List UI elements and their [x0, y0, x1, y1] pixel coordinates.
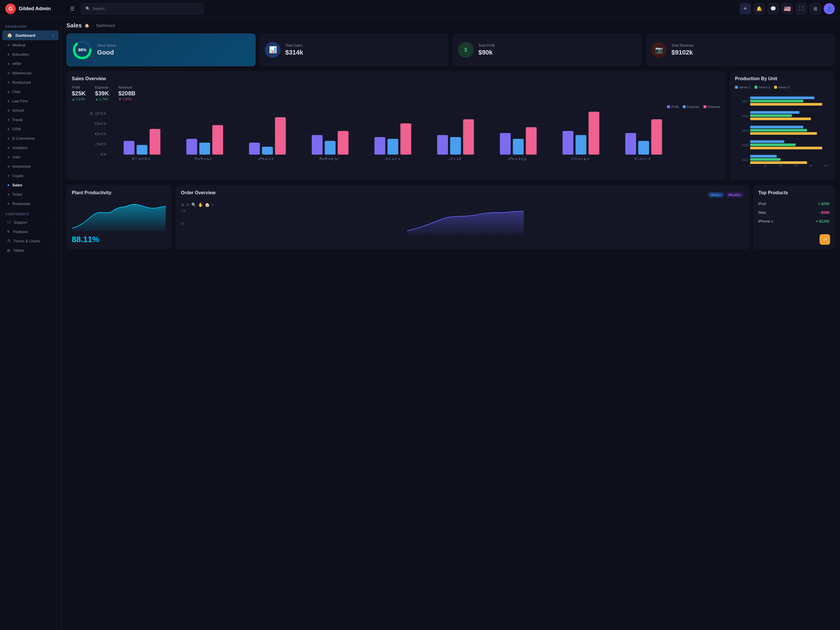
svg-rect-60: [750, 111, 799, 114]
dot-icon: [8, 82, 9, 84]
grid-button[interactable]: ⊞: [810, 3, 821, 14]
svg-text:Mar: Mar: [194, 157, 213, 160]
stat-expense-value: $39K: [95, 90, 109, 97]
svg-text:80: 80: [809, 164, 812, 167]
total-profit-icon: $: [458, 42, 474, 58]
sidebar-item-ticket[interactable]: Ticket: [2, 190, 58, 199]
series2-dot: [755, 86, 758, 88]
revenue-legend-dot: [704, 105, 706, 108]
chart-tools: ⊕ ⊖ 🔍 ✋ 🏠 ≡: [181, 202, 744, 207]
order-overview-card: Order Overview Weeks Monthly ⊕ ⊖ 🔍 ✋ 🏠 ≡: [175, 185, 749, 249]
dot-icon: [8, 54, 9, 55]
theme-toggle-button[interactable]: ☀: [740, 3, 751, 14]
chevron-right-icon: ›: [53, 230, 54, 234]
svg-rect-40: [651, 119, 662, 155]
sidebar-item-crm[interactable]: CRM: [2, 125, 58, 134]
search-input[interactable]: [92, 6, 199, 11]
sidebar-item-investment[interactable]: Investment: [2, 162, 58, 171]
chevron-right-icon: ›: [53, 221, 54, 224]
total-sales-label: Total Sales: [285, 43, 443, 47]
top-products-action-button[interactable]: ↗: [819, 234, 830, 245]
sidebar-item-jobs[interactable]: Jobs: [2, 153, 58, 162]
zoom-out-icon[interactable]: ⊖: [186, 202, 189, 207]
sidebar-item-chat[interactable]: Chat: [2, 87, 58, 96]
dot-icon: [8, 203, 9, 205]
total-revenue-value: $9102k: [671, 49, 829, 56]
product-name-iphonex: iPhone x: [758, 219, 773, 223]
forms-icon: ⏱: [7, 239, 11, 243]
chevron-right-icon: ›: [53, 249, 54, 252]
sidebar-item-traval[interactable]: Traval: [2, 115, 58, 124]
notifications-button[interactable]: 🔔: [754, 3, 765, 14]
weeks-badge[interactable]: Weeks: [708, 192, 724, 197]
svg-text:0: 0: [749, 164, 751, 167]
sidebar-item-crypto[interactable]: Crypto: [2, 171, 58, 180]
top-products-card: Top Products iPod + $250 iMac - $589 iPh…: [753, 185, 835, 249]
avatar[interactable]: 👤: [824, 3, 835, 14]
home-chart-icon[interactable]: 🏠: [205, 202, 210, 207]
stat-expense: Expense $39K ▲ 1.74%: [95, 85, 109, 101]
sales-overview-title: Sales Overview: [72, 76, 720, 81]
svg-text:G: G: [8, 6, 13, 12]
menu-toggle-button[interactable]: ☰: [68, 5, 77, 13]
svg-rect-33: [513, 139, 524, 155]
stat-profit-label: Profit: [72, 85, 86, 90]
dot-icon: [8, 147, 9, 149]
language-button[interactable]: 🇺🇸: [782, 3, 793, 14]
y-label-120: 120: [181, 209, 186, 213]
zoom-in-icon[interactable]: ⊕: [181, 202, 184, 207]
total-revenue-label: Total Revenue: [671, 43, 829, 47]
total-profit-info: Total Profit $90k: [478, 43, 636, 56]
dot-icon: [8, 128, 9, 130]
sidebar-item-hrm[interactable]: HRM: [2, 59, 58, 68]
sidebar-item-dashboard[interactable]: 🏠 Dashboard ▾: [2, 30, 58, 40]
sidebar-item-school[interactable]: School: [2, 106, 58, 115]
profit-legend-dot: [667, 105, 670, 108]
svg-rect-34: [526, 127, 537, 155]
sidebar-item-forms-charts[interactable]: ⏱Forms & Charts›: [2, 237, 58, 246]
sidebar-item-tables[interactable]: ⊞Tables›: [2, 246, 58, 255]
svg-rect-65: [750, 129, 807, 131]
stat-profit-value: $25K: [72, 90, 86, 97]
sidebar-item-restaurant[interactable]: Restaurant: [2, 78, 58, 87]
svg-rect-32: [500, 133, 511, 155]
svg-rect-16: [150, 129, 160, 155]
dot-icon: [8, 138, 9, 139]
fullscreen-button[interactable]: ⛶: [796, 3, 807, 14]
sidebar-item-medical[interactable]: Medical: [2, 41, 58, 50]
svg-rect-25: [338, 131, 349, 155]
store-status-label: Store Status: [97, 43, 250, 47]
store-status-donut: 88%: [72, 39, 92, 60]
sidebar-item-support[interactable]: 🛡Support›: [2, 218, 58, 227]
svg-rect-17: [186, 139, 197, 155]
dot-icon: [8, 194, 9, 196]
sidebar-item-analytics[interactable]: Analytics: [2, 143, 58, 152]
series3-label: series-3: [778, 85, 789, 89]
pan-icon[interactable]: ✋: [198, 202, 203, 207]
svg-rect-19: [212, 125, 223, 155]
svg-rect-69: [750, 144, 796, 146]
monthly-badge[interactable]: Monthly: [726, 192, 744, 197]
sidebar-item-realestate[interactable]: Realestate: [2, 199, 58, 208]
plant-chart-svg: [72, 202, 166, 231]
dot-icon: [8, 91, 9, 93]
sidebar-item-warehouse[interactable]: Warehouse: [2, 68, 58, 77]
plant-productivity-card: Plant Productivity 88.11%: [66, 185, 172, 249]
sidebar-item-features[interactable]: ✎Features›: [2, 227, 58, 236]
chat-button[interactable]: 💬: [768, 3, 779, 14]
sidebar-components-label: COMPONENTS: [0, 208, 61, 218]
svg-text:May: May: [319, 157, 339, 160]
svg-text:Jul: Jul: [447, 157, 461, 160]
plant-productivity-value: 88.11%: [72, 235, 166, 244]
sidebar-item-lawfirm[interactable]: Law Firm: [2, 96, 58, 106]
sidebar-item-sales[interactable]: Sales: [2, 180, 58, 189]
sidebar-item-ecommerce[interactable]: E-Commerce: [2, 134, 58, 143]
svg-rect-70: [750, 147, 822, 149]
sales-bar-chart: 0 30 60 90 120: [72, 111, 720, 175]
search-chart-icon[interactable]: 🔍: [191, 202, 196, 207]
svg-text:40: 40: [779, 164, 782, 167]
menu-chart-icon[interactable]: ≡: [212, 202, 214, 207]
sidebar-item-education[interactable]: Education: [2, 50, 58, 59]
search-icon: 🔍: [85, 6, 90, 11]
product-name-imac: iMac: [758, 210, 766, 215]
